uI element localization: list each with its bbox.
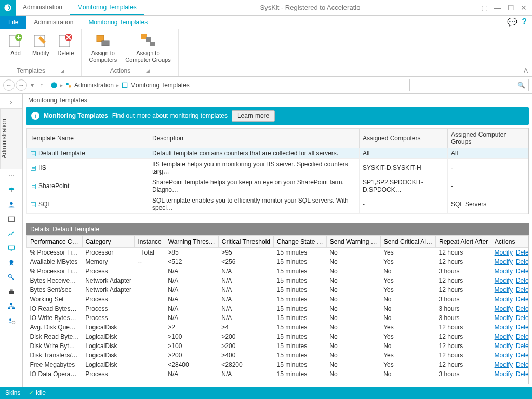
window-close-icon[interactable]: ✕ [521,4,527,12]
sidebar-chart-icon[interactable] [0,227,22,241]
delete-link[interactable]: Delete [516,305,529,312]
table-row[interactable]: IO Write Bytes…ProcessN/AN/A15 minutesNo… [27,313,529,323]
modify-link[interactable]: Modify [495,361,513,368]
table-row[interactable]: Default TemplateDefault template contain… [27,148,528,159]
delete-link[interactable]: Delete [516,314,529,322]
chat-icon[interactable]: 💬 [507,17,517,27]
col-assigned-groups[interactable]: Assigned Computer Groups [448,129,528,148]
col-template-name[interactable]: Template Name [27,129,149,148]
col-repeat-alert[interactable]: Repeat Alert After [436,236,491,248]
nav-history-icon[interactable]: ▾ [28,79,36,91]
modify-link[interactable]: Modify [495,370,513,378]
modify-link[interactable]: Modify [495,286,513,294]
add-button[interactable]: Add [4,31,27,67]
table-row[interactable]: Disk Write Byt…LogicalDisk>100>20015 min… [27,341,529,351]
sidebar-printer-icon[interactable] [0,285,22,299]
context-tab-monitoring[interactable]: Monitoring Templates [70,1,144,15]
modify-link[interactable]: Modify [495,324,513,331]
window-minimize-icon[interactable]: — [494,4,501,12]
modify-link[interactable]: Modify [495,352,513,359]
table-row[interactable]: IO Read Bytes…ProcessN/AN/A15 minutesNoN… [27,304,529,313]
table-row[interactable]: IISIIS template helps you in monitoring … [27,159,528,177]
table-row[interactable]: Free MegabytesLogicalDisk<28400<2820015 … [27,360,529,369]
delete-link[interactable]: Delete [516,258,529,265]
delete-link[interactable]: Delete [516,268,529,275]
delete-link[interactable]: Delete [516,333,529,340]
table-row[interactable]: % Processor Ti…ProcessN/AN/A15 minutesNo… [27,267,529,276]
file-tab[interactable]: File [0,16,26,29]
col-instance[interactable]: Instance [135,236,165,248]
modify-link[interactable]: Modify [495,342,513,350]
sidebar-window-icon[interactable] [0,212,22,227]
modify-link[interactable]: Modify [495,296,513,303]
ribbon-tab-monitoring[interactable]: Monitoring Templates [81,16,155,29]
sidebar-monitor-icon[interactable] [0,241,22,256]
sidebar-user-gear-icon[interactable] [0,314,22,328]
skins-link[interactable]: Skins [5,389,20,396]
modify-link[interactable]: Modify [495,333,513,340]
col-warning-threshold[interactable]: Warning Thres… [165,236,218,248]
dialog-launcher-icon[interactable]: ◢ [146,68,150,73]
dialog-launcher-icon[interactable]: ◢ [61,68,64,73]
delete-link[interactable]: Delete [516,324,529,331]
sidebar-dashboard-icon[interactable] [0,183,22,197]
help-icon[interactable]: ? [522,17,527,27]
delete-link[interactable]: Delete [516,361,529,368]
delete-link[interactable]: Delete [516,286,529,294]
delete-button[interactable]: Delete [54,31,77,67]
sidebar-expand-icon[interactable]: › [8,97,15,108]
window-maximize-icon[interactable]: ☐ [508,4,514,12]
table-row[interactable]: IO Data Opera…ProcessN/AN/A15 minutesNoN… [27,369,529,379]
learn-more-button[interactable]: Learn more [232,110,275,122]
col-send-critical[interactable]: Send Critical Al… [380,236,435,248]
col-perf-counter[interactable]: Performance C… [27,236,83,248]
breadcrumb-admin[interactable]: Administration [74,82,114,89]
table-row[interactable]: Bytes Receive…Network AdapterN/AN/A15 mi… [27,276,529,285]
delete-link[interactable]: Delete [516,342,529,350]
col-actions[interactable]: Actions [491,236,529,248]
col-critical-threshold[interactable]: Critical Threshold [218,236,273,248]
ribbon-collapse-icon[interactable]: ᐱ [524,67,528,74]
modify-link[interactable]: Modify [495,268,513,275]
sidebar-key-icon[interactable] [0,270,22,285]
sidebar-org-icon[interactable] [0,299,22,314]
nav-back-icon[interactable]: ← [3,79,15,91]
window-panel-icon[interactable]: ▢ [481,4,488,12]
delete-link[interactable]: Delete [516,296,529,303]
sidebar-label[interactable]: Administration [0,108,22,169]
delete-link[interactable]: Delete [516,352,529,359]
splitter-handle[interactable]: ····· [23,214,532,223]
table-row[interactable]: Disk Read Byte…LogicalDisk>100>20015 min… [27,332,529,341]
col-change-state[interactable]: Change State … [273,236,326,248]
table-row[interactable]: Available MBytesMemory--<512<25615 minut… [27,257,529,267]
ribbon-tab-admin[interactable]: Administration [26,16,81,29]
breadcrumb-monitoring[interactable]: Monitoring Templates [130,82,190,89]
col-description[interactable]: Description [149,129,360,148]
nav-up-icon[interactable]: ↑ [37,79,46,91]
modify-link[interactable]: Modify [495,258,513,265]
table-row[interactable]: SharePointSharePoint template helps you … [27,177,528,195]
breadcrumb[interactable]: ▸ Administration ▸ Monitoring Templates [48,79,407,91]
modify-link[interactable]: Modify [495,277,513,284]
table-row[interactable]: Working SetProcessN/AN/A15 minutesNoNo3 … [27,295,529,304]
assign-computers-button[interactable]: Assign to Computers [86,31,120,67]
search-input[interactable]: 🔍 [409,79,529,91]
assign-groups-button[interactable]: Assign to Computer Groups [122,31,174,67]
sidebar-user-icon[interactable] [0,197,22,212]
modify-link[interactable]: Modify [495,314,513,322]
col-category[interactable]: Category [82,236,135,248]
col-send-warning[interactable]: Send Warning … [326,236,380,248]
sidebar-badge-icon[interactable] [0,256,22,270]
modify-button[interactable]: Modify [29,31,52,67]
delete-link[interactable]: Delete [516,370,529,378]
table-row[interactable]: SQLSQL template enables you to efficient… [27,195,528,214]
table-row[interactable]: % Processor Ti…Processor_Total>85>9515 m… [27,248,529,258]
sidebar-more-icon[interactable]: ⋯ [8,169,15,183]
col-assigned-computers[interactable]: Assigned Computers [360,129,448,148]
delete-link[interactable]: Delete [516,277,529,284]
table-row[interactable]: Avg. Disk Que…LogicalDisk>2>415 minutesN… [27,323,529,332]
modify-link[interactable]: Modify [495,249,513,256]
modify-link[interactable]: Modify [495,305,513,312]
context-tab-admin[interactable]: Administration [16,1,70,15]
table-row[interactable]: Bytes Sent/secNetwork AdapterN/AN/A15 mi… [27,285,529,295]
